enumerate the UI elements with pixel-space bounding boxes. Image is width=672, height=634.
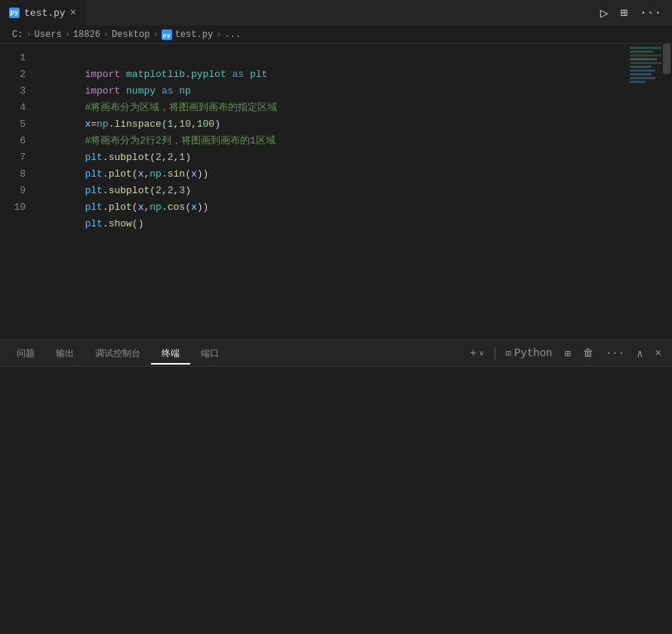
editor-area: 1 2 3 4 5 6 7 8 9 10 import matplotlib.p… [0, 44, 672, 340]
separator [495, 347, 495, 359]
file-tab[interactable]: py test.py × [0, 0, 86, 26]
line-num-6: 6 [0, 133, 26, 149]
tab-bar: py test.py × ▷ ⊞ ··· [0, 0, 672, 26]
panel-tab-bar: 问题 输出 调试控制台 终端 端口 + ∨ ⊡ Python ⊞ [0, 340, 672, 367]
line-num-1: 1 [0, 50, 26, 66]
tab-filename: test.py [24, 8, 66, 19]
line-numbers: 1 2 3 4 5 6 7 8 9 10 [0, 44, 38, 325]
tab-output[interactable]: 输出 [45, 343, 85, 365]
tab-ports[interactable]: 端口 [190, 343, 230, 365]
panel-actions: + ∨ ⊡ Python ⊞ 🗑 ··· ∧ × [465, 346, 666, 362]
code-lines: import matplotlib.pyplot as plt import n… [38, 44, 661, 325]
line-num-8: 8 [0, 166, 26, 183]
new-terminal-button[interactable]: + ∨ [465, 346, 488, 361]
line-num-10: 10 [0, 199, 26, 216]
terminal-content[interactable] [0, 367, 672, 634]
code-container[interactable]: 1 2 3 4 5 6 7 8 9 10 import matplotlib.p… [0, 44, 661, 340]
split-terminal-button[interactable]: ⊞ [560, 346, 575, 362]
split-editor-button[interactable]: ⊞ [616, 4, 633, 22]
tab-close-button[interactable]: × [70, 7, 76, 19]
scrollbar-thumb[interactable] [663, 44, 670, 74]
breadcrumb: C: › Users › 18826 › Desktop › py test.p… [0, 26, 672, 44]
breadcrumb-18826: 18826 [73, 29, 100, 40]
tab-output-label: 输出 [56, 349, 74, 359]
line-num-9: 9 [0, 183, 26, 199]
close-icon: × [655, 347, 661, 359]
line-num-2: 2 [0, 66, 26, 83]
tab-terminal[interactable]: 终端 [151, 343, 190, 365]
breadcrumb-users: Users [35, 29, 62, 40]
split-icon: ⊞ [565, 347, 571, 360]
tab-terminal-label: 终端 [162, 349, 180, 359]
run-button[interactable]: ▷ [596, 3, 613, 23]
vertical-scrollbar[interactable] [661, 44, 672, 340]
plus-icon: + [470, 347, 476, 359]
code-line-1: import matplotlib.pyplot as plt [38, 50, 661, 66]
breadcrumb-ellipsis: ... [224, 29, 241, 40]
panel-collapse-button[interactable]: ∧ [632, 346, 647, 362]
tab-debug-console-label: 调试控制台 [95, 349, 140, 359]
python-file-icon: py [9, 8, 20, 18]
line-num-3: 3 [0, 83, 26, 100]
chevron-up-icon: ∧ [637, 347, 643, 360]
breadcrumb-desktop: Desktop [112, 29, 150, 40]
tab-problems-label: 问题 [17, 349, 35, 359]
tab-problems[interactable]: 问题 [6, 343, 45, 365]
terminal-icon: ⊡ [506, 348, 511, 359]
line-num-4: 4 [0, 100, 26, 116]
bottom-panel: 问题 输出 调试控制台 终端 端口 + ∨ ⊡ Python ⊞ [0, 340, 672, 634]
trash-icon: 🗑 [583, 347, 593, 359]
terminal-type-button[interactable]: ⊡ Python [501, 346, 557, 361]
breadcrumb-filename: test.py [175, 29, 213, 40]
kill-terminal-button[interactable]: 🗑 [578, 346, 598, 361]
line-num-5: 5 [0, 116, 26, 133]
more-actions-button[interactable]: ··· [635, 5, 666, 21]
terminal-language-label: Python [514, 347, 552, 359]
panel-close-button[interactable]: × [651, 346, 666, 361]
more-icon: ··· [606, 347, 624, 359]
dropdown-icon: ∨ [479, 349, 484, 358]
breadcrumb-file-icon: py [162, 29, 172, 40]
tab-bar-actions: ▷ ⊞ ··· [596, 3, 672, 23]
tab-ports-label: 端口 [201, 349, 219, 359]
breadcrumb-c: C: [12, 29, 23, 40]
tab-debug-console[interactable]: 调试控制台 [85, 343, 151, 365]
panel-more-button[interactable]: ··· [601, 346, 629, 361]
line-num-7: 7 [0, 149, 26, 166]
